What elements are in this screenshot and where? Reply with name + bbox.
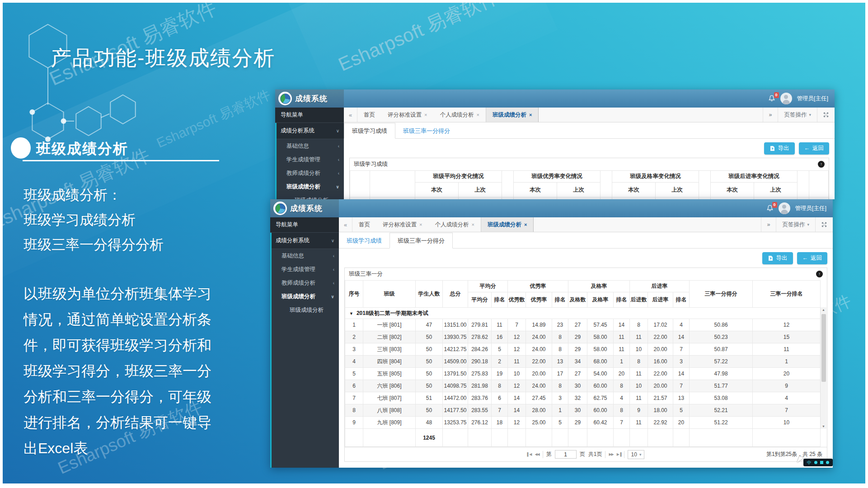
close-icon[interactable]: × [529, 112, 532, 117]
last-page-icon[interactable]: ▶▐ [617, 452, 621, 456]
subtab-three-rates-score[interactable]: 班级三率一分得分 [395, 123, 458, 139]
avatar[interactable] [780, 93, 792, 104]
tab-operations-dropdown[interactable]: 页签操作▾ [776, 217, 815, 232]
scroll-tabs-left-icon[interactable]: « [344, 108, 357, 122]
vertical-scrollbar[interactable]: ▲ ▼ [820, 307, 826, 429]
fullscreen-icon[interactable] [815, 217, 833, 232]
next-page-icon[interactable]: ▶▶ [609, 452, 613, 456]
table-cell: 5 [345, 368, 363, 380]
tab-class-analysis[interactable]: 班级成绩分析× [486, 108, 539, 122]
sidebar-item-teacher-analysis[interactable]: 教师成绩分析 ‹ [277, 166, 344, 180]
tab-scoring-standard[interactable]: 评分标准设置× [381, 108, 433, 122]
table-cell: 13930.75 [443, 331, 468, 343]
panel-collapse-icon[interactable]: ↑ [816, 271, 823, 277]
sidebar-item-class-analysis[interactable]: 班级成绩分析 ∨ [277, 180, 344, 193]
scroll-tabs-right-icon[interactable]: » [761, 217, 776, 232]
tab-scoring-standard[interactable]: 评分标准设置× [376, 217, 428, 232]
table-cell: 275.83 [468, 368, 492, 380]
tab-personal-analysis[interactable]: 个人成绩分析× [428, 217, 480, 232]
sidebar-item-teacher-analysis[interactable]: 教师成绩分析 ‹ [272, 276, 339, 290]
class-learning-panel: 班级学习成绩 ↑ 班级平均分变化情况 班级优秀率变化情况 班级及格率变化情况 [349, 158, 829, 199]
prev-page-icon[interactable]: ◀◀ [535, 452, 539, 456]
table-row[interactable]: 1一班 [801]4713151.00279.8111714.89232757.… [345, 319, 821, 331]
chevron-down-icon: ∨ [336, 184, 339, 189]
close-icon[interactable]: × [424, 112, 427, 117]
close-icon[interactable]: × [419, 222, 422, 227]
exam-group-row[interactable]: ▼2018级初二第一学期期末考试 [345, 308, 821, 319]
close-icon[interactable]: × [476, 112, 479, 117]
page-size-select[interactable]: 10 ▾ [628, 450, 645, 459]
export-icon [769, 145, 775, 151]
ime-mode-icon[interactable]: 中 [807, 460, 812, 465]
table-cell: 21.57 [648, 392, 673, 404]
scroll-tabs-left-icon[interactable]: « [339, 217, 352, 232]
close-icon[interactable]: × [471, 222, 474, 227]
sidebar-item-student-scores[interactable]: 学生成绩管理 ‹ [272, 263, 339, 276]
scroll-up-icon[interactable]: ▲ [821, 308, 826, 311]
scroll-down-icon[interactable]: ▼ [821, 425, 826, 428]
tab-home[interactable]: 首页 [352, 217, 376, 232]
ime-status-bar[interactable]: 中 [803, 459, 833, 466]
table-cell: 六班 [806] [363, 380, 416, 392]
panel-collapse-icon[interactable]: ↑ [818, 161, 825, 168]
tab-operations-dropdown[interactable]: 页签操作▾ [778, 108, 817, 122]
ime-tool-icon[interactable] [820, 461, 823, 464]
sidebar-subitem-class-analysis[interactable]: 班级成绩分析 [272, 303, 339, 317]
sidebar-item-class-analysis[interactable]: 班级成绩分析 ∨ [272, 290, 339, 303]
table-row[interactable]: 7七班 [807]5114472.00283.7661427.4533262.7… [345, 392, 821, 404]
subtab-class-learning-score[interactable]: 班级学习成绩 [339, 233, 389, 249]
tab-label: 班级成绩分析 [488, 221, 521, 229]
scrollbar-thumb[interactable] [821, 314, 826, 382]
sidebar-group-score-analysis[interactable]: 成绩分析系统 ∨ [277, 123, 344, 139]
table-cell: 14 [673, 368, 690, 380]
table-row[interactable]: 2二班 [802]5013930.75278.62161224.0082958.… [345, 331, 821, 343]
table-row[interactable]: 9九班 [809]4813253.75276.12181225.0052960.… [345, 417, 821, 429]
back-button[interactable]: ← 返回 [797, 252, 828, 264]
table-cell: 10 [753, 417, 821, 429]
table-cell: 19 [492, 368, 508, 380]
tab-personal-analysis[interactable]: 个人成绩分析× [433, 108, 485, 122]
chevron-down-icon: ∨ [336, 128, 339, 133]
table-cell: 290.18 [468, 356, 492, 368]
table-cell: 22.00 [648, 368, 673, 380]
sidebar-item-basic-info[interactable]: 基础信息 ‹ [277, 139, 344, 153]
table-cell: 14 [508, 404, 526, 417]
column-group-header: 优秀率 [508, 281, 568, 292]
table-row[interactable]: 8八班 [808]5014177.50283.5571428.0013060.0… [345, 404, 821, 417]
tab-label: 个人成绩分析 [435, 221, 469, 229]
sidebar-item-label: 班级成绩分析 [282, 293, 315, 300]
export-button[interactable]: 导出 [764, 142, 795, 155]
page-size-value: 10 [631, 451, 637, 458]
subtab-class-learning-score[interactable]: 班级学习成绩 [344, 123, 395, 139]
sidebar-group-score-analysis[interactable]: 成绩分析系统 ∨ [272, 233, 339, 249]
close-icon[interactable]: × [524, 222, 527, 227]
column-header: 及格率 [587, 292, 614, 308]
avatar[interactable] [779, 202, 790, 214]
pager-controls: ▌◀ ◀◀ 第 页 共1页 ▶▶ ▶▐ 10 [527, 450, 645, 459]
table-row[interactable]: 5五班 [805]5013791.50275.83191020.00172754… [345, 368, 821, 380]
user-label[interactable]: 管理员[主任] [797, 95, 828, 103]
page-number-input[interactable] [555, 450, 577, 459]
first-page-icon[interactable]: ▌◀ [527, 452, 532, 456]
table-row[interactable]: 6六班 [806]5014098.75281.9881224.0083060.0… [345, 380, 821, 392]
sidebar-subitem-class-analysis[interactable]: 班级成绩分析 [277, 193, 344, 199]
sidebar-item-basic-info[interactable]: 基础信息 ‹ [272, 249, 339, 263]
table-body: 1一班 [801]4713151.00279.8111714.89232757.… [345, 319, 821, 429]
tab-home[interactable]: 首页 [357, 108, 381, 122]
table-cell: 50 [416, 356, 443, 368]
sidebar-item-student-scores[interactable]: 学生成绩管理 ‹ [277, 153, 344, 166]
user-label[interactable]: 管理员[主任] [795, 205, 826, 212]
back-button[interactable]: ← 返回 [799, 142, 830, 155]
chevron-left-icon: ‹ [333, 253, 334, 258]
table-row[interactable]: 4四班 [804]5014509.00290.1821122.00133468.… [345, 356, 821, 368]
scroll-tabs-right-icon[interactable]: » [763, 108, 778, 122]
ime-settings-icon[interactable] [826, 461, 829, 464]
subtab-three-rates-score[interactable]: 班级三率一分得分 [389, 233, 453, 249]
tab-class-analysis[interactable]: 班级成绩分析× [481, 217, 534, 232]
fullscreen-icon[interactable] [817, 108, 835, 122]
notification-bell-icon[interactable]: 0 [766, 205, 774, 212]
table-row[interactable]: 3三班 [803]5014212.75284.2651224.0082958.0… [345, 343, 821, 356]
notification-bell-icon[interactable]: 0 [768, 95, 775, 102]
ime-option-icon[interactable] [814, 461, 817, 464]
export-button[interactable]: 导出 [762, 252, 793, 264]
